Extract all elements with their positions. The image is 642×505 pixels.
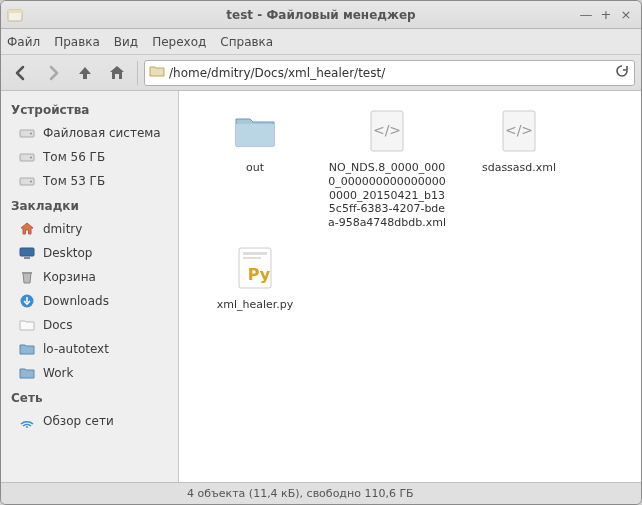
sidebar-item[interactable]: lo-autotext [1,337,178,361]
sidebar-item-label: Корзина [43,270,96,284]
svg-rect-8 [20,248,34,256]
path-bar [144,60,635,86]
drive-icon [19,149,35,165]
sidebar-heading-devices: Устройства [1,97,178,121]
sidebar-item[interactable]: Обзор сети [1,409,178,433]
home-icon [19,221,35,237]
folder-icon [19,341,35,357]
sidebar-heading-bookmarks: Закладки [1,193,178,217]
drive-icon [19,173,35,189]
sidebar-item[interactable]: Docs [1,313,178,337]
sidebar-item[interactable]: Downloads [1,289,178,313]
file-item[interactable]: </>sdassasd.xml [455,107,583,230]
sidebar-item-label: Файловая система [43,126,161,140]
sidebar-item[interactable]: Desktop [1,241,178,265]
sidebar-item-label: dmitry [43,222,82,236]
file-label: NO_NDS.8_0000_0000_0000000000000000000_2… [327,161,447,230]
home-button[interactable] [103,59,131,87]
python-icon: Py [231,244,279,292]
svg-point-7 [30,181,32,183]
file-label: sdassasd.xml [482,161,556,175]
svg-rect-1 [8,10,22,13]
file-item[interactable]: out [191,107,319,230]
svg-rect-10 [22,272,32,274]
sidebar-item[interactable]: Work [1,361,178,385]
svg-point-3 [30,133,32,135]
svg-rect-18 [243,252,267,255]
content-area[interactable]: out</>NO_NDS.8_0000_0000_000000000000000… [179,91,641,482]
svg-text:</>: </> [505,122,533,138]
maximize-button[interactable]: + [597,6,615,24]
close-button[interactable]: × [617,6,635,24]
file-manager-window: test - Файловый менеджер — + × Файл Прав… [0,0,642,505]
sidebar-item-label: Том 56 ГБ [43,150,105,164]
svg-rect-19 [243,257,261,259]
network-icon [19,413,35,429]
drive-icon [19,125,35,141]
sidebar-item-label: Desktop [43,246,93,260]
folder-plain-icon [19,317,35,333]
path-input[interactable] [169,66,610,80]
sidebar-item-label: Docs [43,318,72,332]
sidebar-item-label: Том 53 ГБ [43,174,105,188]
sidebar-item[interactable]: Том 56 ГБ [1,145,178,169]
toolbar-separator [137,61,138,85]
body: Устройства Файловая системаТом 56 ГБТом … [1,91,641,482]
sidebar-item-label: lo-autotext [43,342,109,356]
sidebar-item-label: Work [43,366,73,380]
folder-path-icon [149,63,165,82]
sidebar-item[interactable]: dmitry [1,217,178,241]
minimize-button[interactable]: — [577,6,595,24]
menu-go[interactable]: Переход [152,35,206,49]
reload-icon[interactable] [614,63,630,82]
window-title: test - Файловый менеджер [1,8,641,22]
sidebar-item[interactable]: Корзина [1,265,178,289]
menu-help[interactable]: Справка [220,35,273,49]
statusbar: 4 объекта (11,4 кБ), свободно 110,6 ГБ [1,482,641,504]
file-label: out [246,161,264,175]
file-label: xml_healer.py [217,298,294,312]
toolbar [1,55,641,91]
sidebar: Устройства Файловая системаТом 56 ГБТом … [1,91,179,482]
file-item[interactable]: Pyxml_healer.py [191,244,319,312]
menu-view[interactable]: Вид [114,35,138,49]
app-icon [7,7,23,23]
sidebar-item[interactable]: Файловая система [1,121,178,145]
folder-icon [19,365,35,381]
menu-file[interactable]: Файл [7,35,40,49]
file-item[interactable]: </>NO_NDS.8_0000_0000_000000000000000000… [323,107,451,230]
back-button[interactable] [7,59,35,87]
svg-rect-9 [24,257,30,259]
svg-point-5 [30,157,32,159]
svg-point-12 [26,426,28,428]
sidebar-item[interactable]: Том 53 ГБ [1,169,178,193]
icon-view: out</>NO_NDS.8_0000_0000_000000000000000… [189,107,631,326]
menubar: Файл Правка Вид Переход Справка [1,29,641,55]
sidebar-heading-network: Сеть [1,385,178,409]
xml-icon: </> [363,107,411,155]
menu-edit[interactable]: Правка [54,35,100,49]
xml-icon: </> [495,107,543,155]
up-button[interactable] [71,59,99,87]
trash-icon [19,269,35,285]
svg-text:</>: </> [373,122,401,138]
desktop-icon [19,245,35,261]
folder-icon [231,107,279,155]
sidebar-item-label: Downloads [43,294,109,308]
forward-button[interactable] [39,59,67,87]
sidebar-item-label: Обзор сети [43,414,114,428]
status-text: 4 объекта (11,4 кБ), свободно 110,6 ГБ [187,487,414,500]
downloads-icon [19,293,35,309]
titlebar[interactable]: test - Файловый менеджер — + × [1,1,641,29]
svg-text:Py: Py [248,265,271,284]
